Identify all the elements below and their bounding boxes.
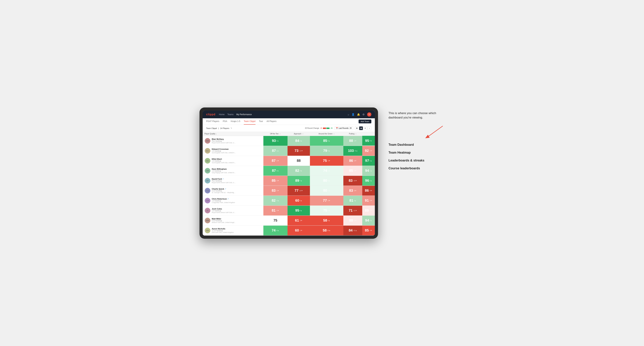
player-info: BM Blair McHarg Plus Handicap Royal Nort…	[205, 138, 261, 144]
score-cell: 85 8▲	[310, 136, 343, 146]
score-change: -6▼	[354, 160, 356, 162]
view-heatmap-button[interactable]: ▦	[359, 126, 363, 130]
player-details: Blair McHarg Plus Handicap Royal North D…	[212, 138, 236, 144]
team-separator: |	[218, 127, 219, 129]
score-value: 60	[295, 228, 299, 232]
player-cell: EC Edward Crossman 1-5 Handicap Sunningd…	[203, 146, 264, 156]
score-change: 9▲	[370, 140, 372, 142]
table-row[interactable]: AN Aaron Nicholls 11-15 Handicap Drift G…	[203, 225, 375, 235]
subnav: PGAT Players PGA Hcaps 1-5 Team Clippd T…	[203, 118, 375, 125]
bell-icon[interactable]: 🔔	[357, 113, 360, 116]
player-handicap: 1-5 Handicap	[212, 160, 236, 162]
player-details: David Ford ✓ Plus Handicap Royal North D…	[212, 178, 236, 183]
tablet-device: clippd Home Teams My Performance ⌕ 👤 🔔 ⚙…	[200, 107, 378, 239]
score-box: 80 1▲	[310, 186, 343, 195]
last-rounds-button[interactable]: 📅 Last Rounds: 20	[334, 127, 353, 130]
table-row[interactable]: DF David Ford ✓ Plus Handicap Royal Nort…	[203, 176, 375, 185]
score-box: 85 -3▼	[264, 176, 288, 185]
score-box: 77 -3▼	[310, 196, 343, 205]
last-rounds-value: 20	[350, 127, 352, 129]
search-icon[interactable]: ⌕	[348, 113, 349, 116]
score-change: -3▼	[276, 190, 279, 191]
team-count: 14 Players	[220, 127, 229, 129]
last-rounds-label: Last Rounds:	[338, 127, 349, 129]
col-green[interactable]: Around the Green →	[310, 132, 343, 136]
player-club: Sunningdale Golf Club, United Kingdom	[212, 162, 236, 164]
table-row[interactable]: DB Dave Billingham 1-5 Handicap Gog Mago…	[203, 166, 375, 176]
navbar: clippd Home Teams My Performance ⌕ 👤 🔔 ⚙…	[203, 111, 375, 118]
subnav-right: Add Team	[358, 120, 371, 123]
score-box: 89 7▲	[288, 176, 310, 185]
score-change: 15▲	[354, 150, 358, 152]
score-box: 92 -3▼	[362, 146, 375, 156]
score-change: -21▲	[353, 230, 357, 231]
player-avatar: AN	[205, 228, 210, 233]
table-row[interactable]: MM Matt Miller 6-10 Handicap Woburn Golf…	[203, 215, 375, 225]
nav-teams[interactable]: Teams	[227, 113, 234, 116]
view-list-button[interactable]: ≡	[363, 126, 367, 130]
score-value: 86	[349, 159, 353, 163]
score-value: 97	[365, 159, 369, 163]
player-details: Chris Robertson ✓ 1-5 Handicap Craigmill…	[212, 198, 235, 203]
table-row[interactable]: JC Josh Coles 1-5 Handicap Royal North D…	[203, 205, 375, 215]
score-change: -2▼	[369, 210, 372, 211]
table-row[interactable]: CQ Charlie Quick ✓ 6-10 Handicap St. Geo…	[203, 185, 375, 195]
menu-item-2: Leaderboards & streaks	[388, 157, 444, 165]
col-putting[interactable]: Putting →	[343, 132, 362, 136]
score-box: 61 -3▼	[288, 216, 310, 225]
subnav-team-clippd[interactable]: Team Clippd	[244, 118, 256, 125]
table-row[interactable]: BM Blair McHarg Plus Handicap Royal Nort…	[203, 136, 375, 146]
score-value: 85	[272, 178, 276, 183]
score-box: 81 -3▼	[264, 206, 288, 215]
player-info: DF David Ford ✓ Plus Handicap Royal Nort…	[205, 178, 261, 183]
edit-icon[interactable]: ✎	[231, 127, 232, 129]
subnav-pgat[interactable]: PGAT Players	[206, 118, 219, 125]
score-box: 88 -2▼	[343, 216, 362, 225]
add-team-button[interactable]: Add Team	[358, 120, 371, 123]
table-row[interactable]: EE Elliot Ebert 1-5 Handicap Sunningdale…	[203, 156, 375, 166]
table-row[interactable]: CR Chris Robertson ✓ 1-5 Handicap Craigm…	[203, 195, 375, 205]
player-avatar: MM	[205, 218, 210, 223]
score-value: 73	[294, 149, 298, 153]
settings-icon[interactable]: ⚙	[362, 113, 365, 116]
player-handicap: 1-5 Handicap	[212, 150, 236, 152]
score-value: 75	[323, 159, 327, 163]
col-tee[interactable]: Off the Tee →	[264, 132, 288, 136]
score-box: 75 2▲	[310, 206, 343, 215]
score-box: 82 4▲	[288, 166, 310, 176]
player-club: Royal North Devon Golf Club, United King…	[212, 182, 236, 183]
nav-my-performance[interactable]: My Performance	[236, 113, 252, 116]
nav-home[interactable]: Home	[219, 113, 224, 116]
score-change: 1▲	[328, 190, 330, 191]
score-change: -8▲	[276, 230, 279, 231]
round-change-label: 20 Round Change	[305, 127, 319, 129]
view-download-button[interactable]: ↓	[368, 126, 371, 130]
subnav-hcaps[interactable]: Hcaps 1-5	[231, 118, 240, 125]
score-box: 97 5▲	[362, 156, 375, 166]
avatar[interactable]: U	[367, 112, 371, 117]
player-avatar: BM	[205, 138, 210, 144]
table-row[interactable]: EC Edward Crossman 1-5 Handicap Sunningd…	[203, 146, 375, 156]
player-info: CR Chris Robertson ✓ 1-5 Handicap Craigm…	[205, 198, 261, 203]
subnav-pga[interactable]: PGA	[223, 118, 227, 125]
player-info: DB Dave Billingham 1-5 Handicap Gog Mago…	[205, 168, 261, 173]
player-club: Royal North Devon Golf Club, United King…	[212, 212, 236, 213]
player-name: Aaron Nicholls	[212, 228, 234, 230]
player-name: Elliot Ebert	[212, 158, 236, 160]
player-details: Matt Miller 6-10 Handicap Woburn Golf Cl…	[212, 218, 236, 223]
score-value: 95	[295, 208, 299, 212]
score-box: 86 -8▼	[362, 186, 375, 195]
annotation-arrow	[424, 125, 444, 139]
score-cell: 95 8▲	[288, 205, 310, 215]
score-cell: 58 4▲	[310, 215, 343, 225]
user-icon[interactable]: 👤	[352, 113, 354, 116]
score-box: 88	[288, 156, 310, 166]
subnav-all-players[interactable]: All Players	[266, 118, 276, 125]
subnav-tour[interactable]: Tour	[259, 118, 263, 125]
score-box: 73 -11▼	[288, 146, 310, 156]
score-change: 4▲	[354, 200, 356, 201]
view-grid-button[interactable]: ⊞	[355, 126, 359, 130]
col-approach[interactable]: Approach →	[288, 132, 310, 136]
player-name: David Ford ✓	[212, 178, 236, 180]
page-wrapper: clippd Home Teams My Performance ⌕ 👤 🔔 ⚙…	[200, 107, 444, 239]
